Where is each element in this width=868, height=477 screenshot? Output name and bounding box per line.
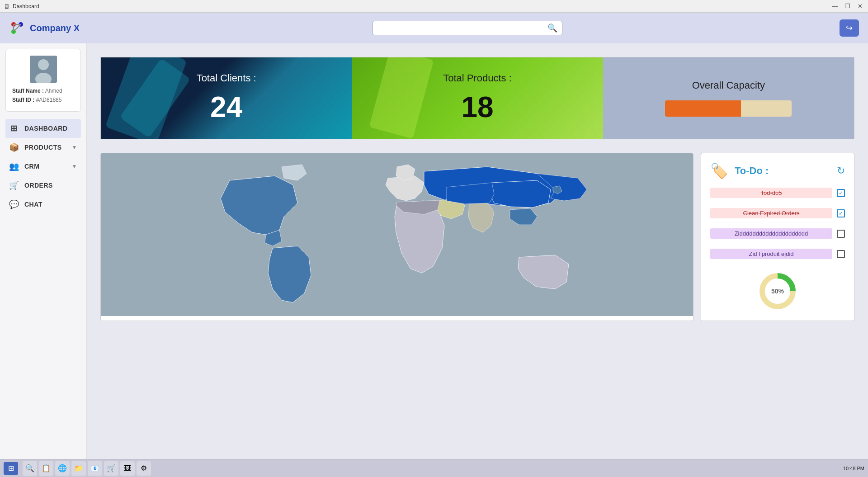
todo-refresh-button[interactable]: ↻	[837, 165, 845, 177]
avatar-image	[30, 56, 57, 83]
avatar	[30, 56, 57, 83]
products-icon: 📦	[9, 142, 19, 152]
minimize-button[interactable]: —	[830, 3, 840, 9]
taskbar-store-icon[interactable]: 🛒	[104, 461, 118, 476]
sidebar-item-products[interactable]: 📦 PRODUCTS ▼	[5, 138, 81, 157]
stat-card-products: Total Products : 18	[352, 57, 603, 139]
todo-item-2-text: Clean Expired Orders	[710, 208, 832, 218]
todo-item-2-checkbox[interactable]: ✓	[837, 209, 845, 217]
taskbar-task-icon[interactable]: 📋	[39, 461, 53, 476]
app-title: Company X	[30, 23, 80, 33]
clients-value: 24	[210, 90, 242, 124]
title-bar-icon: 🖥	[4, 3, 10, 10]
logo-area: Company X	[9, 20, 95, 36]
todo-item-3-checkbox[interactable]	[837, 230, 845, 238]
todo-item-1: Tod-do5 ✓	[710, 186, 845, 200]
sidebar-item-chat[interactable]: 💬 CHAT	[5, 195, 81, 214]
taskbar-mail-icon[interactable]: 📧	[88, 461, 102, 476]
taskbar: ⊞ 🔍 📋 🌐 📁 📧 🛒 🖼 ⚙ 10:48 PM	[0, 459, 868, 477]
search-area: 🔍	[104, 21, 830, 35]
svg-point-7	[38, 59, 49, 70]
capacity-bar-filled	[665, 100, 741, 117]
capacity-bar-empty	[741, 100, 792, 117]
dashboard-icon: ⊞	[9, 123, 19, 133]
maximize-button[interactable]: ❐	[843, 3, 852, 9]
stats-row: Total Clients : 24 Total Products : 18 O…	[100, 57, 854, 139]
search-input[interactable]	[377, 24, 547, 32]
sidebar-item-label-products: PRODUCTS	[24, 144, 62, 151]
profile-info: Staff Name : Ahmed Staff ID : #AD81885	[12, 86, 62, 105]
close-button[interactable]: ✕	[856, 3, 864, 9]
sidebar-item-orders[interactable]: 🛒 ORDERS	[5, 176, 81, 195]
profile-card: Staff Name : Ahmed Staff ID : #AD81885	[5, 49, 81, 112]
todo-item-3-text: Ziddddddddddddddddddddd	[710, 228, 832, 239]
sidebar: Staff Name : Ahmed Staff ID : #AD81885 ⊞…	[0, 43, 87, 477]
todo-item-4-checkbox[interactable]	[837, 250, 845, 258]
donut-label: 50%	[771, 288, 784, 295]
sidebar-item-label-chat: CHAT	[24, 201, 42, 208]
stat-card-capacity: Overall Capacity	[603, 57, 854, 139]
todo-header: 🏷️ To-Do : ↻	[710, 162, 845, 179]
products-arrow-icon: ▼	[72, 144, 77, 151]
sidebar-item-label-dashboard: DASHBOARD	[24, 125, 68, 132]
products-label: Total Products :	[443, 72, 512, 84]
donut-chart: 50%	[757, 271, 798, 312]
map-card	[100, 153, 693, 321]
taskbar-browser-icon[interactable]: 🌐	[55, 461, 70, 476]
todo-card: 🏷️ To-Do : ↻ Tod-do5 ✓ Clean Expired Ord…	[701, 153, 854, 321]
todo-item-1-checkbox[interactable]: ✓	[837, 189, 845, 197]
clients-label: Total Clients :	[197, 72, 256, 84]
search-icon[interactable]: 🔍	[547, 23, 557, 33]
taskbar-icons: 🔍 📋 🌐 📁 📧 🛒 🖼 ⚙	[23, 461, 151, 476]
staff-name-label: Staff Name :	[12, 88, 44, 94]
world-map	[101, 153, 693, 316]
staff-id-row: Staff ID : #AD81885	[12, 95, 62, 104]
chat-icon: 💬	[9, 199, 19, 209]
staff-name-row: Staff Name : Ahmed	[12, 86, 62, 95]
sidebar-item-label-crm: CRM	[24, 163, 39, 170]
todo-item-4-text: Zid l produit ejdid	[710, 249, 832, 259]
title-bar: 🖥 Dashboard — ❐ ✕	[0, 0, 868, 13]
staff-id-label: Staff ID :	[12, 97, 34, 103]
todo-item-1-text: Tod-do5	[710, 188, 832, 198]
todo-progress: 50%	[710, 271, 845, 312]
sidebar-item-label-orders: ORDERS	[24, 182, 53, 189]
crm-icon: 👥	[9, 161, 19, 171]
title-bar-controls: — ❐ ✕	[830, 3, 864, 9]
taskbar-files-icon[interactable]: 📁	[71, 461, 86, 476]
main-layout: Staff Name : Ahmed Staff ID : #AD81885 ⊞…	[0, 43, 868, 477]
logout-button[interactable]: ↪	[840, 19, 859, 37]
capacity-label: Overall Capacity	[692, 80, 765, 91]
taskbar-settings-icon[interactable]: ⚙	[137, 461, 151, 476]
capacity-bar	[665, 100, 792, 117]
staff-name-value: Ahmed	[45, 88, 62, 94]
todo-title: To-Do :	[735, 165, 830, 177]
stat-card-clients: Total Clients : 24	[101, 57, 352, 139]
products-value: 18	[461, 90, 493, 124]
crm-arrow-icon: ▼	[72, 163, 77, 170]
sidebar-item-dashboard[interactable]: ⊞ DASHBOARD	[5, 119, 81, 138]
taskbar-time: 10:48 PM	[843, 466, 864, 471]
sidebar-item-crm[interactable]: 👥 CRM ▼	[5, 157, 81, 176]
orders-icon: 🛒	[9, 180, 19, 190]
todo-item-4: Zid l produit ejdid	[710, 247, 845, 261]
search-box: 🔍	[373, 21, 562, 35]
content: Total Clients : 24 Total Products : 18 O…	[87, 43, 868, 477]
header: Company X 🔍 ↪	[0, 13, 868, 43]
taskbar-photos-icon[interactable]: 🖼	[120, 461, 135, 476]
todo-item-2: Clean Expired Orders ✓	[710, 206, 845, 220]
logo-icon	[9, 20, 25, 36]
bottom-row: 🏷️ To-Do : ↻ Tod-do5 ✓ Clean Expired Ord…	[100, 153, 854, 321]
header-right: ↪	[840, 19, 859, 37]
taskbar-search-icon[interactable]: 🔍	[23, 461, 37, 476]
title-bar-title: Dashboard	[13, 3, 39, 9]
todo-item-3: Ziddddddddddddddddddddd	[710, 227, 845, 241]
staff-id-value: #AD81885	[36, 97, 62, 103]
todo-icon: 🏷️	[710, 162, 728, 179]
start-button[interactable]: ⊞	[4, 462, 18, 475]
